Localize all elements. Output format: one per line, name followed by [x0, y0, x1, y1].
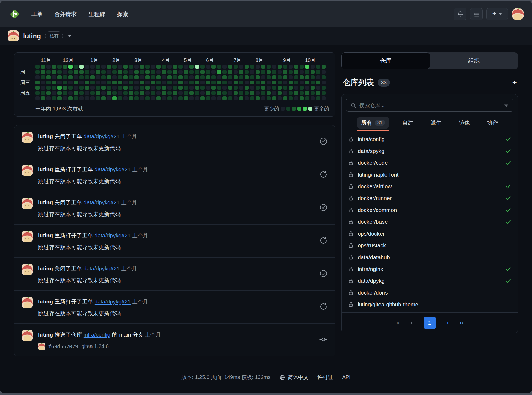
feed-entry-title: luting 重新打开了工单 data/dpykg#21上个月: [38, 166, 315, 173]
heatmap-cell: [96, 86, 100, 90]
heatmap-cell: [79, 75, 84, 79]
heatmap-day-labels: 周一周三周五: [20, 65, 35, 102]
heatmap-cell: [79, 81, 84, 84]
repo-search-input[interactable]: [359, 99, 499, 111]
feed-entry-avatar[interactable]: [22, 330, 33, 341]
repo-filter-3[interactable]: 镜像: [455, 114, 474, 131]
heatmap-cell: [57, 96, 62, 100]
feed-entry-link[interactable]: data/dpykg#21: [84, 265, 120, 271]
repo-list-item[interactable]: data/spykg: [344, 145, 515, 157]
repo-list-item[interactable]: ops/rustack: [344, 239, 515, 251]
heatmap-cell: [68, 86, 73, 90]
feed-entry-user[interactable]: luting: [38, 166, 53, 172]
nav-link-2[interactable]: 里程碑: [89, 10, 105, 18]
heatmap-cell: [118, 86, 122, 90]
repo-list-item[interactable]: docker/common: [344, 204, 515, 216]
repo-filter-button[interactable]: [499, 99, 513, 111]
repo-list-item[interactable]: infra/nginx: [344, 263, 515, 275]
current-page-button[interactable]: 1: [424, 317, 436, 329]
heatmap-cell: [261, 81, 265, 84]
repo-list-item[interactable]: luting/gitea-github-theme: [344, 298, 515, 310]
tab-organizations[interactable]: 组织: [430, 52, 518, 69]
heatmap-cell: [322, 81, 326, 84]
user-avatar[interactable]: [512, 8, 524, 20]
heatmap-cell: [272, 91, 276, 95]
feed-entry-user[interactable]: luting: [38, 133, 53, 139]
active-runs-button[interactable]: [470, 8, 483, 20]
feed-entry-avatar[interactable]: [22, 264, 33, 275]
repo-filter-1[interactable]: 自建: [398, 114, 417, 131]
gitea-logo[interactable]: [8, 7, 21, 21]
repo-list-item[interactable]: docker/doris: [344, 287, 515, 298]
heatmap-cell: [140, 75, 144, 79]
first-page-button[interactable]: «: [396, 319, 400, 327]
feed-entry-avatar[interactable]: [22, 297, 33, 308]
heatmap-cell: [52, 96, 56, 100]
last-page-button[interactable]: »: [459, 319, 463, 327]
username[interactable]: luting: [23, 32, 41, 40]
tab-repositories[interactable]: 仓库: [341, 52, 430, 69]
heatmap-cell: [316, 75, 320, 79]
repo-list-item[interactable]: docker/base: [344, 216, 515, 228]
feed-entry-avatar[interactable]: [22, 132, 33, 143]
next-page-button[interactable]: ›: [447, 319, 449, 327]
heatmap-cell: [79, 86, 84, 90]
license-link[interactable]: 许可证: [317, 374, 333, 381]
heatmap-cell: [228, 75, 232, 79]
heatmap-cell: [222, 96, 227, 100]
commit-sha[interactable]: f69d552029: [48, 344, 78, 349]
repo-list-item[interactable]: docker/code: [344, 157, 515, 169]
repo-filter-0[interactable]: 所有31: [357, 114, 389, 131]
repo-filter-2[interactable]: 派生: [427, 114, 446, 131]
feed-entry-link[interactable]: infra/config: [84, 332, 111, 338]
repo-list-item[interactable]: docker/runner: [344, 192, 515, 204]
feed-entry-link[interactable]: data/dpykg#21: [95, 166, 131, 172]
heatmap-cell: [140, 81, 144, 84]
notifications-button[interactable]: [454, 8, 466, 20]
feed-entry-detail: 跳过存在版本可能导致未更新代码: [38, 211, 315, 218]
feed-entry-link[interactable]: data/dpykg#21: [84, 199, 120, 205]
feed-entry-user[interactable]: luting: [38, 332, 53, 338]
feed-entry-user[interactable]: luting: [38, 265, 53, 271]
heatmap-month-label: 9月: [283, 57, 291, 64]
add-repo-button[interactable]: +: [512, 79, 517, 87]
nav-link-3[interactable]: 探索: [117, 10, 128, 18]
repo-list-item[interactable]: ops/docker: [344, 228, 515, 239]
prev-page-button[interactable]: ‹: [411, 319, 413, 327]
repo-list-item[interactable]: docker/airflow: [344, 180, 515, 192]
heatmap-month-label: 11月: [41, 57, 51, 64]
feed-entry-user[interactable]: luting: [38, 232, 53, 238]
issue-reopened-icon: [319, 302, 328, 312]
profile-avatar[interactable]: [8, 30, 19, 41]
feed-entry-link[interactable]: data/dpykg#21: [84, 133, 120, 139]
repo-list-item[interactable]: luting/maple-font: [344, 169, 515, 180]
feed-entry-avatar[interactable]: [22, 231, 33, 242]
feed-entry-user[interactable]: luting: [38, 298, 53, 305]
api-link[interactable]: API: [342, 374, 350, 380]
repo-list-item[interactable]: data/datahub: [344, 251, 515, 263]
lock-icon: [348, 302, 354, 307]
heatmap-cell: [189, 86, 194, 90]
nav-link-0[interactable]: 工单: [31, 10, 42, 18]
feed-entry-link[interactable]: data/dpykg#21: [95, 298, 131, 305]
repo-filter-pill: 所有31: [357, 117, 389, 129]
repo-list-item[interactable]: infra/config: [344, 133, 515, 145]
bell-icon: [457, 11, 464, 17]
feed-entry-avatar[interactable]: [22, 198, 33, 209]
feed-entry-link[interactable]: data/dpykg#21: [95, 232, 131, 238]
feed-entry-user[interactable]: luting: [38, 199, 53, 205]
heatmap-cell: [63, 91, 67, 95]
create-new-button[interactable]: +: [486, 8, 508, 20]
server-icon: [473, 11, 480, 17]
heatmap-cell: [90, 75, 95, 79]
heatmap-cell: [200, 91, 205, 95]
heatmap-cell: [206, 75, 210, 79]
language-selector[interactable]: 简体中文: [279, 374, 308, 381]
feed-entry-title: luting 推送了仓库 infra/config 的 main 分支上个月: [38, 331, 315, 339]
repo-filter-4[interactable]: 协作: [483, 114, 502, 131]
chevron-down-icon[interactable]: [68, 35, 71, 37]
heatmap-cell: [134, 81, 139, 84]
feed-entry-avatar[interactable]: [22, 165, 33, 176]
nav-link-1[interactable]: 合并请求: [55, 10, 77, 18]
repo-list-item[interactable]: data/dpykg: [344, 275, 515, 287]
